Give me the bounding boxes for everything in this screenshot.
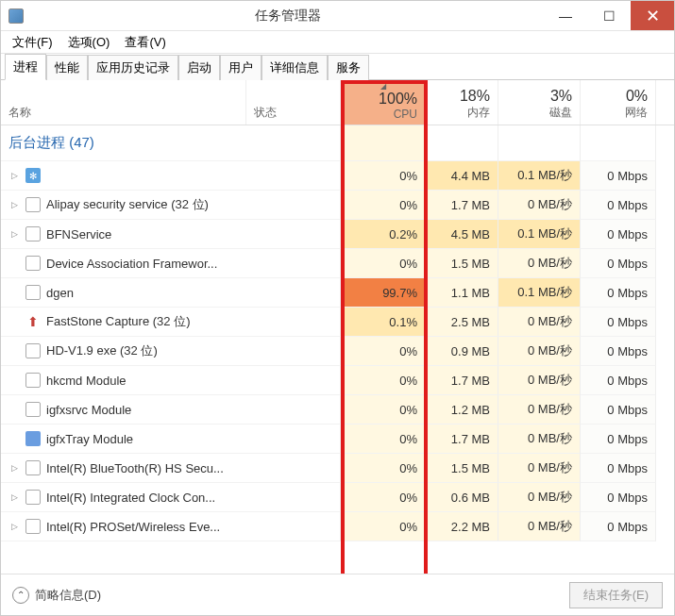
disk-cell: 0.1 MB/秒	[498, 161, 581, 191]
footer: ⌃ 简略信息(D) 结束任务(E)	[1, 574, 674, 615]
app-icon	[25, 285, 41, 300]
disk-cell: 0.1 MB/秒	[498, 220, 581, 249]
disk-cell: 0 MB/秒	[498, 454, 581, 483]
cpu-cell: 0%	[341, 249, 426, 278]
expand-arrow-icon[interactable]: ▷	[8, 463, 20, 473]
process-name-label: Intel(R) BlueTooth(R) HS Secu...	[46, 461, 224, 475]
mem-cell: 1.7 MB	[426, 425, 498, 454]
tab-performance[interactable]: 性能	[46, 55, 88, 80]
table-row[interactable]: ▷✻0%4.4 MB0.1 MB/秒0 Mbps	[1, 161, 674, 191]
app-icon	[25, 402, 41, 417]
process-name-label: hkcmd Module	[46, 374, 127, 388]
net-cell: 0 Mbps	[581, 483, 656, 512]
table-row[interactable]: ▷BFNService0.2%4.5 MB0.1 MB/秒0 Mbps	[1, 220, 674, 249]
col-header-cpu[interactable]: ◢ 100% CPU	[341, 80, 426, 125]
expand-arrow-icon[interactable]: ▷	[8, 522, 20, 531]
process-name-label: dgen	[46, 286, 74, 300]
expand-arrow-icon[interactable]: ▷	[8, 200, 20, 209]
mem-cell: 1.5 MB	[426, 454, 498, 483]
disk-cell: 0 MB/秒	[498, 191, 581, 220]
group-mem-cell	[426, 125, 498, 161]
menu-options[interactable]: 选项(O)	[60, 34, 118, 51]
mem-cell: 1.2 MB	[426, 395, 498, 425]
disk-cell: 0 MB/秒	[498, 249, 581, 278]
group-header-row[interactable]: 后台进程 (47)	[1, 125, 674, 161]
net-cell: 0 Mbps	[581, 366, 656, 395]
col-header-disk[interactable]: 3% 磁盘	[498, 80, 581, 125]
disk-cell: 0 MB/秒	[498, 425, 581, 454]
table-row[interactable]: ⬆FastStone Capture (32 位)0.1%2.5 MB0 MB/…	[1, 308, 674, 337]
table-row[interactable]: igfxTray Module0%1.7 MB0 MB/秒0 Mbps	[1, 425, 674, 454]
table-row[interactable]: HD-V1.9 exe (32 位)0%0.9 MB0 MB/秒0 Mbps	[1, 337, 674, 366]
process-name-cell: ⬆FastStone Capture (32 位)	[1, 308, 341, 337]
process-name-cell: ▷Intel(R) BlueTooth(R) HS Secu...	[1, 454, 341, 483]
table-row[interactable]: hkcmd Module0%1.7 MB0 MB/秒0 Mbps	[1, 366, 674, 395]
maximize-button[interactable]: ☐	[587, 1, 631, 30]
tab-services[interactable]: 服务	[328, 55, 369, 80]
expand-arrow-icon[interactable]: ▷	[8, 229, 20, 239]
cpu-cell: 0%	[341, 454, 426, 483]
net-cell: 0 Mbps	[581, 395, 656, 425]
tab-processes[interactable]: 进程	[5, 54, 46, 80]
process-name-cell: ▷Alipay security service (32 位)	[1, 191, 341, 220]
table-row[interactable]: dgen99.7%1.1 MB0.1 MB/秒0 Mbps	[1, 278, 674, 308]
disk-cell: 0 MB/秒	[498, 337, 581, 366]
col-header-mem[interactable]: 18% 内存	[426, 80, 498, 125]
table-body[interactable]: 后台进程 (47) ▷✻0%4.4 MB0.1 MB/秒0 Mbps▷Alipa…	[1, 125, 674, 574]
end-task-button[interactable]: 结束任务(E)	[569, 582, 663, 608]
col-status-label: 状态	[254, 105, 332, 121]
process-name-label: Intel(R) Integrated Clock Con...	[46, 491, 215, 505]
app-icon	[8, 8, 24, 24]
app-icon	[25, 373, 41, 388]
expand-arrow-icon[interactable]: ▷	[8, 492, 20, 502]
net-cell: 0 Mbps	[581, 512, 656, 541]
table-row[interactable]: Device Association Framewor...0%1.5 MB0 …	[1, 249, 674, 278]
table-row[interactable]: ▷Alipay security service (32 位)0%1.7 MB0…	[1, 191, 674, 220]
mem-cell: 0.9 MB	[426, 337, 498, 366]
faststone-icon: ⬆	[25, 314, 41, 329]
expand-arrow-icon[interactable]: ▷	[8, 171, 20, 180]
disk-cell: 0.1 MB/秒	[498, 278, 581, 308]
process-name-cell: Device Association Framewor...	[1, 249, 341, 278]
tab-app-history[interactable]: 应用历史记录	[88, 55, 178, 80]
col-header-name[interactable]: 名称	[1, 80, 246, 125]
app-icon	[25, 460, 41, 475]
col-header-net[interactable]: 0% 网络	[581, 80, 656, 125]
process-name-cell: ▷Intel(R) Integrated Clock Con...	[1, 483, 341, 512]
cpu-cell: 0%	[341, 337, 426, 366]
process-name-cell: hkcmd Module	[1, 366, 341, 395]
mem-cell: 2.2 MB	[426, 512, 498, 541]
cpu-cell: 0%	[341, 161, 426, 191]
table-row[interactable]: ▷Intel(R) BlueTooth(R) HS Secu...0%1.5 M…	[1, 454, 674, 483]
fewer-details-button[interactable]: ⌃ 简略信息(D)	[12, 587, 101, 604]
menu-view[interactable]: 查看(V)	[117, 34, 173, 51]
cpu-cell: 0%	[341, 512, 426, 541]
table-row[interactable]: igfxsrvc Module0%1.2 MB0 MB/秒0 Mbps	[1, 395, 674, 425]
table-row[interactable]: ▷Intel(R) Integrated Clock Con...0%0.6 M…	[1, 483, 674, 512]
tab-details[interactable]: 详细信息	[262, 55, 328, 80]
close-button[interactable]: ✕	[631, 1, 674, 30]
tray-icon	[25, 431, 41, 446]
process-name-cell: ▷BFNService	[1, 220, 341, 249]
window-title: 任务管理器	[31, 8, 544, 25]
process-name-cell: ▷Intel(R) PROSet/Wireless Eve...	[1, 512, 341, 541]
net-cell: 0 Mbps	[581, 308, 656, 337]
tabbar: 进程 性能 应用历史记录 启动 用户 详细信息 服务	[1, 54, 674, 80]
menu-file[interactable]: 文件(F)	[5, 34, 60, 51]
net-cell: 0 Mbps	[581, 425, 656, 454]
net-cell: 0 Mbps	[581, 220, 656, 249]
titlebar: 任务管理器 — ☐ ✕	[1, 1, 674, 31]
app-icon	[25, 519, 41, 534]
disk-cell: 0 MB/秒	[498, 483, 581, 512]
tab-users[interactable]: 用户	[220, 55, 262, 80]
mem-cell: 1.5 MB	[426, 249, 498, 278]
tab-startup[interactable]: 启动	[178, 55, 220, 80]
net-cell: 0 Mbps	[581, 249, 656, 278]
disk-cell: 0 MB/秒	[498, 395, 581, 425]
col-header-status[interactable]: 状态	[246, 80, 341, 125]
menubar: 文件(F) 选项(O) 查看(V)	[1, 31, 674, 54]
process-name-label: igfxsrvc Module	[46, 403, 131, 417]
table-row[interactable]: ▷Intel(R) PROSet/Wireless Eve...0%2.2 MB…	[1, 512, 674, 541]
minimize-button[interactable]: —	[544, 1, 587, 30]
app-icon	[25, 343, 41, 358]
